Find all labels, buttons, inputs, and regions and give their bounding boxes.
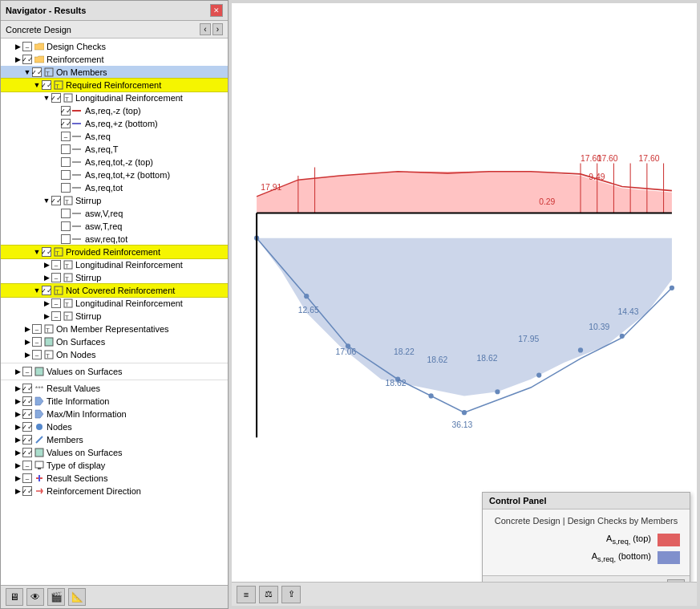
expand-btn-on-member-representatives[interactable]: ▶ [23, 325, 31, 333]
checkbox-title-information[interactable]: ✓ [22, 396, 32, 406]
chart-export-btn[interactable]: ⇪ [281, 586, 301, 603]
checkbox-long-reinforcement-2[interactable]: – [51, 260, 61, 270]
checkbox-required-reinforcement[interactable]: ✓ [42, 80, 51, 90]
expand-btn-nodes[interactable]: ▶ [14, 423, 22, 431]
checkbox-on-member-representatives[interactable]: – [32, 324, 42, 334]
tree-item-values-on-surfaces-2[interactable]: ▶✓Values on Surfaces [1, 446, 228, 459]
expand-btn-type-of-display[interactable]: ▶ [14, 461, 22, 469]
tree-item-values-on-surfaces[interactable]: ▶–Values on Surfaces [1, 365, 228, 378]
tree-item-reinforcement-direction[interactable]: ▶✓Reinforcement Direction [1, 485, 228, 497]
tree-item-result-sections[interactable]: ▶–Result Sections [1, 472, 228, 485]
checkbox-stirrup-2[interactable]: – [51, 273, 61, 282]
checkbox-reinforcement-direction[interactable]: ✓ [22, 486, 32, 496]
tree-item-title-information[interactable]: ▶✓Title Information [1, 395, 228, 408]
expand-btn-not-covered-reinforcement[interactable]: ▼ [33, 286, 41, 294]
checkbox-on-members[interactable]: ✓ [32, 67, 42, 77]
expand-btn-stirrup[interactable]: ▼ [42, 197, 51, 205]
tree-item-on-member-representatives[interactable]: ▶–TOn Member Representatives [1, 323, 228, 335]
expand-btn-result-values[interactable]: ▶ [14, 384, 22, 392]
tree-item-max-min-information[interactable]: ▶✓Max/Min Information [1, 408, 228, 420]
expand-btn-reinforcement[interactable]: ▶ [14, 55, 22, 63]
tree-item-nodes[interactable]: ▶✓Nodes [1, 420, 228, 433]
expand-btn-reinforcement-direction[interactable]: ▶ [14, 487, 22, 495]
checkbox-stirrup-3[interactable]: – [51, 311, 61, 321]
checkbox-max-min-information[interactable]: ✓ [22, 409, 32, 419]
expand-btn-design-checks[interactable]: ▶ [14, 43, 22, 51]
close-button[interactable]: ✕ [210, 4, 223, 17]
chart-balance-btn[interactable]: ⚖ [259, 586, 278, 603]
checkbox-asw-req-tot[interactable] [61, 234, 71, 244]
expand-btn-values-on-surfaces-2[interactable]: ▶ [14, 449, 22, 457]
tree-item-reinforcement[interactable]: ▶✓Reinforcement [1, 53, 228, 66]
checkbox-asw-t-req[interactable] [61, 221, 71, 231]
checkbox-provided-reinforcement[interactable]: ✓ [42, 247, 51, 257]
checkbox-type-of-display[interactable]: – [22, 461, 32, 470]
checkbox-as-req-t[interactable] [61, 144, 71, 154]
tree-item-on-surfaces[interactable]: ▶–On Surfaces [1, 335, 228, 348]
expand-btn-long-reinforcement-2[interactable]: ▶ [42, 261, 51, 269]
tree-item-not-covered-reinforcement[interactable]: ▼✓TNot Covered Reinforcement [1, 284, 228, 297]
expand-btn-on-members[interactable]: ▼ [23, 68, 31, 76]
toolbar-btn-monitor[interactable]: 🖥 [6, 588, 23, 606]
tree-item-result-values[interactable]: ▶✓***Result Values [1, 382, 228, 395]
expand-btn-max-min-information[interactable]: ▶ [14, 410, 22, 418]
chart-list-btn[interactable]: ≡ [237, 586, 256, 603]
expand-btn-stirrup-2[interactable]: ▶ [42, 274, 51, 282]
checkbox-as-req-z-top[interactable]: ✓ [61, 106, 71, 116]
checkbox-asw-v-req[interactable] [61, 209, 71, 218]
expand-btn-long-reinforcement-3[interactable]: ▶ [42, 299, 51, 307]
checkbox-reinforcement[interactable]: ✓ [22, 55, 32, 64]
expand-btn-on-nodes[interactable]: ▶ [23, 351, 31, 359]
checkbox-design-checks[interactable]: – [22, 42, 32, 51]
expand-btn-result-sections[interactable]: ▶ [14, 474, 22, 482]
tree-item-as-req-t[interactable]: As,req,T [1, 143, 228, 156]
checkbox-on-surfaces[interactable]: – [32, 337, 42, 347]
checkbox-as-req-tot[interactable] [61, 183, 71, 193]
tree-item-on-nodes[interactable]: ▶–TOn Nodes [1, 348, 228, 361]
checkbox-result-values[interactable]: ✓ [22, 384, 32, 393]
expand-btn-title-information[interactable]: ▶ [14, 397, 22, 405]
tree-item-design-checks[interactable]: ▶–Design Checks [1, 40, 228, 53]
checkbox-long-reinforcement-1[interactable]: ✓ [51, 93, 61, 103]
checkbox-values-on-surfaces[interactable]: – [22, 367, 32, 376]
forward-button[interactable]: › [212, 23, 223, 35]
tree-item-as-req-z-bottom[interactable]: ✓As,req,+z (bottom) [1, 117, 228, 130]
tree-item-as-req-z-top[interactable]: ✓As,req,-z (top) [1, 104, 228, 117]
checkbox-stirrup[interactable]: ✓ [51, 196, 61, 205]
tree-item-members[interactable]: ▶✓Members [1, 433, 228, 446]
tree-item-long-reinforcement-1[interactable]: ▼✓TLongitudinal Reinforcement [1, 91, 228, 104]
tree-container[interactable]: ▶–Design Checks▶✓Reinforcement▼✓TOn Memb… [1, 39, 228, 585]
back-button[interactable]: ‹ [200, 23, 210, 35]
checkbox-nodes[interactable]: ✓ [22, 422, 32, 432]
tree-item-asw-v-req[interactable]: asw,V,req [1, 207, 228, 220]
expand-btn-members[interactable]: ▶ [14, 436, 22, 444]
checkbox-as-req-tot-z-top[interactable] [61, 157, 71, 167]
tree-item-long-reinforcement-3[interactable]: ▶–TLongitudinal Reinforcement [1, 297, 228, 310]
tree-item-as-req-tot-z-bottom[interactable]: As,req,tot,+z (bottom) [1, 168, 228, 181]
tree-item-stirrup[interactable]: ▼✓TStirrup [1, 194, 228, 207]
toolbar-btn-eye[interactable]: 👁 [26, 588, 44, 606]
tree-item-provided-reinforcement[interactable]: ▼✓TProvided Reinforcement [1, 246, 228, 258]
toolbar-btn-camera[interactable]: 🎬 [47, 588, 65, 606]
tree-item-long-reinforcement-2[interactable]: ▶–TLongitudinal Reinforcement [1, 258, 228, 271]
expand-btn-on-surfaces[interactable]: ▶ [23, 338, 31, 346]
tree-item-stirrup-3[interactable]: ▶–TStirrup [1, 310, 228, 323]
tree-item-required-reinforcement[interactable]: ▼✓TRequired Reinforcement [1, 79, 228, 91]
checkbox-as-req-z-bottom[interactable]: ✓ [61, 119, 71, 128]
checkbox-on-nodes[interactable]: – [32, 350, 42, 359]
tree-item-asw-t-req[interactable]: asw,T,req [1, 220, 228, 233]
tree-item-as-req[interactable]: –As,req [1, 130, 228, 143]
checkbox-members[interactable]: ✓ [22, 435, 32, 445]
tree-item-asw-req-tot[interactable]: asw,req,tot [1, 233, 228, 246]
checkbox-as-req[interactable]: – [61, 132, 71, 141]
checkbox-not-covered-reinforcement[interactable]: ✓ [42, 286, 51, 295]
expand-btn-values-on-surfaces[interactable]: ▶ [14, 367, 22, 376]
checkbox-as-req-tot-z-bottom[interactable] [61, 170, 71, 180]
expand-btn-stirrup-3[interactable]: ▶ [42, 312, 51, 320]
checkbox-long-reinforcement-3[interactable]: – [51, 298, 61, 308]
tree-item-as-req-tot[interactable]: As,req,tot [1, 181, 228, 194]
checkbox-result-sections[interactable]: – [22, 473, 32, 483]
toolbar-btn-chart[interactable]: 📐 [68, 588, 86, 606]
expand-btn-long-reinforcement-1[interactable]: ▼ [42, 94, 51, 102]
expand-btn-required-reinforcement[interactable]: ▼ [33, 81, 41, 89]
